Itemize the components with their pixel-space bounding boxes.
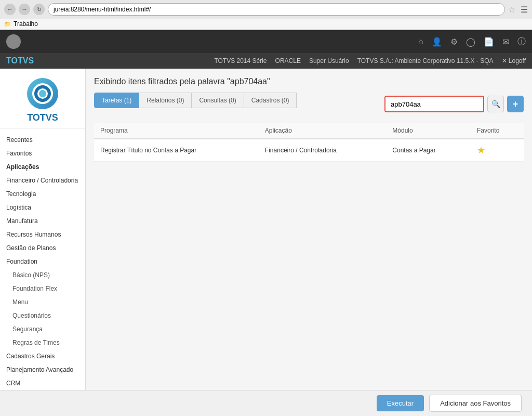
- gear-icon[interactable]: ⚙: [450, 37, 458, 47]
- app-header: ⌂ 👤 ⚙ ◯ 📄 ✉ ⓘ: [0, 30, 532, 53]
- sidebar-item[interactable]: Cadastros Gerais: [0, 349, 85, 363]
- bookmark-folder-icon: 📁: [4, 21, 11, 28]
- user-label: Super Usuário: [309, 57, 349, 64]
- env-label: TOTVS S.A.: Ambiente Corporativo 11.5.X …: [357, 57, 494, 64]
- col-header-módulo: Módulo: [386, 123, 471, 139]
- home-icon[interactable]: ⌂: [418, 37, 423, 46]
- tabs-bar: Tarefas (1)Relatórios (0)Consultas (0)Ca…: [94, 93, 297, 108]
- sidebar-item[interactable]: Financeiro / Controladoria: [0, 174, 85, 187]
- cell-favorito: ★: [471, 139, 524, 162]
- sidebar-brand: TOTVS: [5, 112, 80, 123]
- sidebar-logo-area: TOTVS: [0, 73, 85, 129]
- url-bar[interactable]: [48, 3, 505, 16]
- sidebar-sub-item[interactable]: Básico (NPS): [0, 268, 85, 282]
- search-bar: 🔍 +: [384, 96, 524, 112]
- header-icons: ⌂ 👤 ⚙ ◯ 📄 ✉ ⓘ: [418, 36, 526, 47]
- sidebar-item[interactable]: Manufatura: [0, 214, 85, 228]
- help-icon[interactable]: ◯: [466, 37, 475, 47]
- col-header-programa: Programa: [94, 123, 259, 139]
- search-button[interactable]: 🔍: [487, 96, 504, 112]
- results-table: ProgramaAplicaçãoMóduloFavorito Registra…: [94, 123, 524, 162]
- subheader-info: TOTVS 2014 Série ORACLE Super Usuário TO…: [214, 57, 526, 64]
- table-header: ProgramaAplicaçãoMóduloFavorito: [94, 123, 524, 139]
- cell-modulo: Contas a Pagar: [386, 139, 471, 162]
- forward-button[interactable]: →: [19, 4, 30, 15]
- cell-programa: Registrar Título no Contas a Pagar: [94, 139, 259, 162]
- users-icon[interactable]: 👤: [432, 37, 442, 47]
- totvs-logo-svg: [33, 84, 52, 103]
- mail-icon[interactable]: ✉: [502, 37, 509, 47]
- app-brand: TOTVS: [6, 56, 34, 66]
- sidebar-item[interactable]: Recentes: [0, 133, 85, 147]
- content-title: Exibindo itens filtrados pela palavra "a…: [94, 77, 524, 86]
- totvs-small-icon: [6, 34, 21, 49]
- tab-cadastros[interactable]: Cadastros (0): [244, 93, 297, 108]
- sidebar-item[interactable]: Favoritos: [0, 147, 85, 160]
- add-favorites-button[interactable]: Adicionar aos Favoritos: [429, 395, 522, 412]
- db-label: ORACLE: [275, 57, 301, 64]
- bookmark-bar: 📁 Trabalho: [0, 19, 532, 30]
- tab-tarefas[interactable]: Tarefas (1): [94, 93, 139, 108]
- info-icon[interactable]: ⓘ: [517, 36, 526, 47]
- sidebar-sub-item[interactable]: Regras de Times: [0, 336, 85, 349]
- execute-button[interactable]: Executar: [377, 395, 424, 411]
- sidebar-sub-item[interactable]: Questionários: [0, 309, 85, 322]
- col-header-favorito: Favorito: [471, 123, 524, 139]
- sidebar-logo-circle: [27, 78, 58, 109]
- browser-toolbar: ← → ↻ ☆ ☰: [0, 0, 532, 19]
- sidebar-sub-item[interactable]: Menu: [0, 295, 85, 309]
- app-logo-area: [6, 34, 21, 49]
- back-button[interactable]: ←: [4, 4, 16, 15]
- sidebar-logo-inner: [32, 83, 53, 104]
- logoff-button[interactable]: ✕ Logoff: [502, 57, 526, 64]
- tab-relatórios[interactable]: Relatórios (0): [139, 93, 192, 108]
- sidebar-item[interactable]: Tecnologia: [0, 187, 85, 201]
- col-header-aplicação: Aplicação: [259, 123, 386, 139]
- sidebar-item[interactable]: Foundation: [0, 255, 85, 268]
- sidebar-item[interactable]: Gestão de Planos: [0, 241, 85, 255]
- star-icon: ★: [477, 145, 485, 155]
- sidebar-sub-item[interactable]: Foundation Flex: [0, 282, 85, 295]
- footer-bar: Executar Adicionar aos Favoritos: [0, 390, 532, 416]
- table-body: Registrar Título no Contas a PagarFinanc…: [94, 139, 524, 162]
- main-layout: TOTVS RecentesFavoritosAplicaçõesFinance…: [0, 69, 532, 416]
- bookmark-star-icon[interactable]: ☆: [508, 5, 515, 15]
- document-icon[interactable]: 📄: [484, 37, 494, 47]
- sidebar-item[interactable]: CRM: [0, 376, 85, 390]
- sidebar-item[interactable]: Logística: [0, 201, 85, 214]
- add-button[interactable]: +: [507, 96, 524, 112]
- sidebar-section-header: Aplicações: [0, 160, 85, 174]
- content-area: Exibindo itens filtrados pela palavra "a…: [86, 69, 532, 416]
- sidebar-sub-item[interactable]: Segurança: [0, 322, 85, 336]
- browser-menu-icon[interactable]: ☰: [521, 5, 528, 15]
- sidebar-item[interactable]: Recursos Humanos: [0, 228, 85, 241]
- svg-point-2: [39, 90, 46, 97]
- sidebar-items: RecentesFavoritosAplicaçõesFinanceiro / …: [0, 133, 85, 416]
- serie-label: TOTVS 2014 Série: [214, 57, 267, 64]
- sidebar-item[interactable]: Planejamento Avançado: [0, 363, 85, 376]
- bookmark-label: Trabalho: [14, 20, 38, 28]
- sidebar: TOTVS RecentesFavoritosAplicaçõesFinance…: [0, 69, 86, 416]
- refresh-button[interactable]: ↻: [33, 4, 45, 15]
- search-input[interactable]: [384, 96, 484, 112]
- table-row[interactable]: Registrar Título no Contas a PagarFinanc…: [94, 139, 524, 162]
- tab-consultas[interactable]: Consultas (0): [192, 93, 244, 108]
- app-subheader: TOTVS TOTVS 2014 Série ORACLE Super Usuá…: [0, 53, 532, 69]
- cell-aplicacao: Financeiro / Controladoria: [259, 139, 386, 162]
